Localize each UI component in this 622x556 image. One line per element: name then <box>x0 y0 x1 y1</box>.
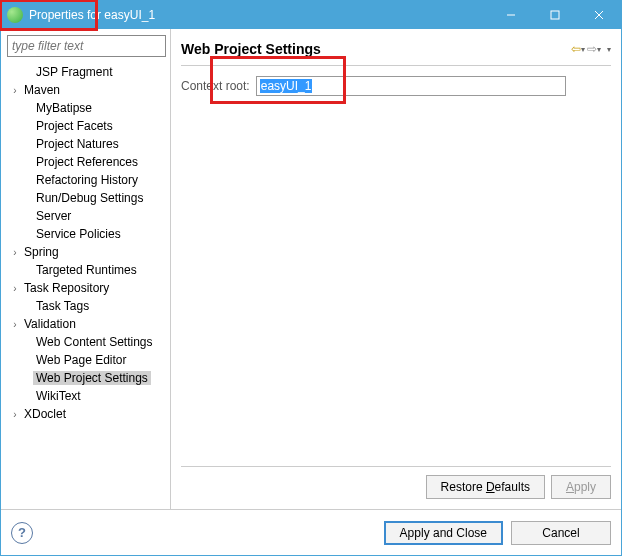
properties-dialog: Properties for easyUI_1 JSP Fragment›Mav… <box>0 0 622 556</box>
tree-item[interactable]: Run/Debug Settings <box>3 189 170 207</box>
tree-item[interactable]: Service Policies <box>3 225 170 243</box>
chevron-right-icon[interactable]: › <box>9 85 21 96</box>
tree-item[interactable]: WikiText <box>3 387 170 405</box>
panel-buttons: Restore Defaults Apply <box>181 466 611 503</box>
context-root-value: easyUI_1 <box>260 79 313 93</box>
close-button[interactable] <box>577 1 621 29</box>
context-root-input[interactable]: easyUI_1 <box>256 76 566 96</box>
dialog-footer: ? Apply and Close Cancel <box>1 509 621 555</box>
chevron-right-icon[interactable]: › <box>9 409 21 420</box>
tree-item-label: WikiText <box>33 389 84 403</box>
nav-forward-menu-icon[interactable]: ▾ <box>597 45 601 54</box>
nav-menu-icon[interactable]: ▾ <box>607 45 611 54</box>
settings-panel: Web Project Settings ⇦▾ ⇨▾ ▾ Context roo… <box>171 29 621 509</box>
panel-title: Web Project Settings <box>181 41 571 57</box>
cancel-button[interactable]: Cancel <box>511 521 611 545</box>
tree-item[interactable]: ›XDoclet <box>3 405 170 423</box>
tree-item-label: Web Page Editor <box>33 353 130 367</box>
tree-item[interactable]: MyBatipse <box>3 99 170 117</box>
filter-input[interactable] <box>7 35 166 57</box>
tree-item-label: JSP Fragment <box>33 65 115 79</box>
tree-item[interactable]: Project Facets <box>3 117 170 135</box>
tree-item[interactable]: JSP Fragment <box>3 63 170 81</box>
sidebar: JSP Fragment›MavenMyBatipseProject Facet… <box>1 29 171 509</box>
tree-item-label: Targeted Runtimes <box>33 263 140 277</box>
tree-item-label: Validation <box>21 317 79 331</box>
tree-item-label: MyBatipse <box>33 101 95 115</box>
tree-item[interactable]: ›Maven <box>3 81 170 99</box>
minimize-button[interactable] <box>489 1 533 29</box>
tree-item-label: Run/Debug Settings <box>33 191 146 205</box>
tree-item-label: Spring <box>21 245 62 259</box>
tree-item-label: Task Repository <box>21 281 112 295</box>
app-icon <box>7 7 23 23</box>
context-root-row: Context root: easyUI_1 <box>181 76 611 96</box>
divider <box>181 65 611 66</box>
chevron-right-icon[interactable]: › <box>9 283 21 294</box>
tree-item-label: Web Content Settings <box>33 335 156 349</box>
tree-item[interactable]: Web Page Editor <box>3 351 170 369</box>
tree-item-label: Project References <box>33 155 141 169</box>
maximize-button[interactable] <box>533 1 577 29</box>
tree-item-label: Project Facets <box>33 119 116 133</box>
tree-item-label: Project Natures <box>33 137 122 151</box>
panel-header: Web Project Settings ⇦▾ ⇨▾ ▾ <box>181 37 611 61</box>
main-area: JSP Fragment›MavenMyBatipseProject Facet… <box>1 29 621 509</box>
tree-item[interactable]: Task Tags <box>3 297 170 315</box>
tree-item[interactable]: Refactoring History <box>3 171 170 189</box>
tree-item-label: XDoclet <box>21 407 69 421</box>
tree-item-label: Service Policies <box>33 227 124 241</box>
window-buttons <box>489 1 621 29</box>
tree-item-label: Maven <box>21 83 63 97</box>
tree-item-label: Server <box>33 209 74 223</box>
nav-arrows: ⇦▾ ⇨▾ ▾ <box>571 42 611 56</box>
nav-back-menu-icon[interactable]: ▾ <box>581 45 585 54</box>
chevron-right-icon[interactable]: › <box>9 319 21 330</box>
tree-item[interactable]: ›Spring <box>3 243 170 261</box>
dialog-body: JSP Fragment›MavenMyBatipseProject Facet… <box>1 29 621 555</box>
context-root-label: Context root: <box>181 79 250 93</box>
tree-item-label: Task Tags <box>33 299 92 313</box>
tree-item[interactable]: Web Project Settings <box>3 369 170 387</box>
filter-box <box>7 35 166 57</box>
apply-button[interactable]: Apply <box>551 475 611 499</box>
category-tree[interactable]: JSP Fragment›MavenMyBatipseProject Facet… <box>3 61 170 509</box>
help-icon[interactable]: ? <box>11 522 33 544</box>
tree-item[interactable]: Project Natures <box>3 135 170 153</box>
tree-item[interactable]: Targeted Runtimes <box>3 261 170 279</box>
titlebar: Properties for easyUI_1 <box>1 1 621 29</box>
tree-item[interactable]: Web Content Settings <box>3 333 170 351</box>
svg-rect-1 <box>551 11 559 19</box>
tree-item[interactable]: ›Validation <box>3 315 170 333</box>
chevron-right-icon[interactable]: › <box>9 247 21 258</box>
window-title: Properties for easyUI_1 <box>29 8 489 22</box>
restore-defaults-button[interactable]: Restore Defaults <box>426 475 545 499</box>
tree-item-label: Web Project Settings <box>33 371 151 385</box>
nav-back-icon[interactable]: ⇦ <box>571 42 581 56</box>
nav-forward-icon[interactable]: ⇨ <box>587 42 597 56</box>
apply-and-close-button[interactable]: Apply and Close <box>384 521 503 545</box>
tree-item[interactable]: ›Task Repository <box>3 279 170 297</box>
tree-item[interactable]: Server <box>3 207 170 225</box>
tree-item[interactable]: Project References <box>3 153 170 171</box>
tree-item-label: Refactoring History <box>33 173 141 187</box>
